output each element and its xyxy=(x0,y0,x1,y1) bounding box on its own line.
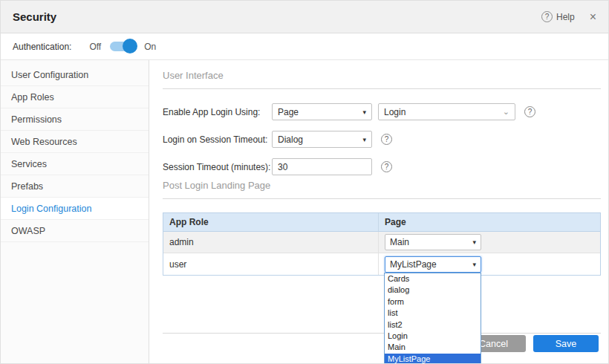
table-header-row: App Role Page xyxy=(163,213,600,232)
dropdown-option-dialog[interactable]: dialog xyxy=(385,285,481,296)
dropdown-option-form[interactable]: form xyxy=(385,296,481,308)
help-button[interactable]: ? Help xyxy=(541,11,575,22)
dropdown-option-login[interactable]: Login xyxy=(385,331,481,342)
select-value: MyListPage xyxy=(390,259,437,270)
window-header: Security ? Help × xyxy=(1,1,608,33)
main-content: User Interface Enable App Login Using: P… xyxy=(149,60,608,363)
sidebar: User Configuration App Roles Permissions… xyxy=(1,60,149,363)
help-icon-enable-app-login[interactable]: ? xyxy=(524,106,535,117)
help-icon-session-timeout[interactable]: ? xyxy=(381,161,392,172)
sidebar-item-label: Web Resources xyxy=(11,137,77,147)
user-page-select[interactable]: MyListPage ▾ xyxy=(385,256,481,273)
header-actions: ? Help × xyxy=(541,11,596,23)
divider xyxy=(163,333,601,334)
authentication-toggle[interactable] xyxy=(110,42,135,51)
enable-app-login-page-select[interactable]: Login ⌄ xyxy=(378,103,515,120)
table-header-app-role: App Role xyxy=(163,213,379,231)
app-role-cell: user xyxy=(163,253,379,275)
enable-app-login-type-select[interactable]: Page ▾ xyxy=(272,103,372,120)
page-cell: MyListPage ▾ xyxy=(379,253,600,275)
section-title-post-login-landing-page: Post Login Landing Page xyxy=(163,180,270,191)
select-value: Login xyxy=(384,107,406,117)
close-icon[interactable]: × xyxy=(590,11,596,23)
app-role-cell: admin xyxy=(163,232,379,253)
sidebar-item-user-configuration[interactable]: User Configuration xyxy=(1,64,149,86)
page-cell: Main ▾ xyxy=(379,232,600,253)
login-session-timeout-label: Login on Session Timeout: xyxy=(163,134,267,145)
sidebar-item-services[interactable]: Services xyxy=(1,153,149,175)
select-value: Main xyxy=(390,237,409,247)
select-value: Dialog xyxy=(278,134,303,145)
help-icon: ? xyxy=(541,11,553,22)
sidebar-item-label: Services xyxy=(11,159,47,169)
sidebar-item-permissions[interactable]: Permissions xyxy=(1,108,149,131)
toggle-knob-icon xyxy=(123,39,137,53)
dropdown-option-mylistpage[interactable]: MyListPage xyxy=(385,354,481,364)
auth-on-label: On xyxy=(144,42,156,52)
sidebar-item-app-roles[interactable]: App Roles xyxy=(1,86,149,108)
help-icon-login-session-timeout[interactable]: ? xyxy=(381,134,392,145)
sidebar-item-web-resources[interactable]: Web Resources xyxy=(1,131,149,153)
page-title: Security xyxy=(13,10,56,23)
sidebar-item-label: Login Configuration xyxy=(11,204,91,214)
authentication-label: Authentication: xyxy=(13,42,71,52)
caret-down-icon: ▾ xyxy=(472,238,476,246)
select-value: Page xyxy=(278,107,299,117)
caret-down-icon: ▾ xyxy=(362,108,366,116)
caret-down-icon: ▾ xyxy=(362,136,366,143)
chevron-down-icon: ⌄ xyxy=(503,107,509,117)
session-timeout-input[interactable] xyxy=(272,158,372,175)
dropdown-option-main[interactable]: Main xyxy=(385,342,481,353)
caret-down-icon: ▾ xyxy=(472,261,476,268)
table-row-user: user MyListPage ▾ xyxy=(163,253,600,275)
dropdown-option-list2[interactable]: list2 xyxy=(385,319,481,331)
divider xyxy=(163,198,601,199)
enable-app-login-label: Enable App Login Using: xyxy=(163,107,260,117)
sidebar-item-label: User Configuration xyxy=(11,70,88,80)
sidebar-item-label: OWASP xyxy=(11,226,45,236)
dropdown-option-cards[interactable]: Cards xyxy=(385,273,481,285)
sidebar-item-label: App Roles xyxy=(11,92,54,103)
admin-page-select[interactable]: Main ▾ xyxy=(385,234,481,250)
dropdown-option-list[interactable]: list xyxy=(385,308,481,319)
sidebar-item-label: Permissions xyxy=(11,114,62,125)
authentication-bar: Authentication: Off On xyxy=(1,33,608,60)
section-title-user-interface: User Interface xyxy=(163,70,224,81)
table-header-page: Page xyxy=(379,213,600,231)
security-window: Security ? Help × Authentication: Off On… xyxy=(0,0,609,364)
table-row-admin: admin Main ▾ xyxy=(163,232,600,253)
session-timeout-label: Session Timeout (minutes): xyxy=(163,162,270,172)
sidebar-item-label: Prefabs xyxy=(11,181,43,192)
sidebar-item-owasp[interactable]: OWASP xyxy=(1,220,149,242)
save-button[interactable]: Save xyxy=(533,335,599,352)
auth-off-label: Off xyxy=(89,42,101,52)
post-login-table: App Role Page admin Main ▾ user MyListPa… xyxy=(163,212,601,276)
sidebar-item-login-configuration[interactable]: Login Configuration xyxy=(1,198,149,220)
divider xyxy=(163,88,601,89)
login-session-timeout-select[interactable]: Dialog ▾ xyxy=(272,131,372,148)
help-label: Help xyxy=(556,12,575,22)
sidebar-item-prefabs[interactable]: Prefabs xyxy=(1,175,149,198)
page-dropdown-list: Cards dialog form list list2 Login Main … xyxy=(384,273,481,364)
